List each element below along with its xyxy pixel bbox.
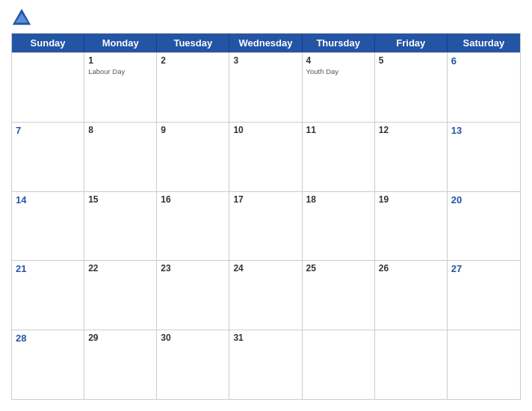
logo-icon	[11, 7, 32, 28]
day-cell-w4-d3: 23	[157, 261, 229, 330]
day-cell-w5-d3: 30	[157, 330, 229, 399]
header-wednesday: Wednesday	[229, 34, 302, 52]
day-cell-w2-d3: 9	[157, 123, 229, 191]
day-number: 6	[451, 55, 516, 67]
holiday-label: Labour Day	[88, 67, 152, 75]
day-cell-w4-d6: 26	[375, 261, 448, 330]
day-number: 22	[88, 263, 152, 274]
day-number: 11	[306, 125, 371, 135]
day-number: 2	[161, 55, 225, 66]
day-number: 27	[451, 263, 516, 274]
day-cell-w2-d2: 8	[84, 123, 157, 191]
day-number: 28	[16, 333, 80, 344]
day-number: 13	[451, 125, 516, 136]
day-cell-w5-d6	[375, 330, 448, 399]
day-cell-w4-d2: 22	[84, 261, 157, 330]
day-cell-w3-d5: 18	[303, 192, 375, 261]
day-cell-w1-d4: 3	[229, 53, 302, 122]
day-number: 14	[16, 194, 80, 206]
week-row-4: 21222324252627	[12, 260, 520, 330]
day-cell-w2-d7: 13	[448, 123, 520, 191]
day-number: 31	[233, 333, 297, 343]
header-monday: Monday	[84, 34, 157, 52]
header-saturday: Saturday	[448, 34, 520, 52]
logo	[11, 7, 35, 28]
day-cell-w2-d6: 12	[375, 123, 448, 191]
day-cell-w1-d5: 4Youth Day	[303, 53, 375, 122]
day-cell-w5-d2: 29	[84, 330, 157, 399]
day-cell-w1-d3: 2	[157, 53, 229, 122]
day-number: 1	[88, 55, 152, 66]
day-cell-w1-d2: 1Labour Day	[84, 53, 157, 122]
day-number: 26	[379, 263, 443, 274]
day-number: 5	[379, 55, 443, 66]
calendar-header	[11, 7, 521, 28]
header-tuesday: Tuesday	[157, 34, 229, 52]
day-number: 24	[233, 263, 297, 274]
day-cell-w4-d5: 25	[303, 261, 375, 330]
week-row-5: 28293031	[12, 330, 520, 399]
header-thursday: Thursday	[303, 34, 375, 52]
day-cell-w3-d6: 19	[375, 192, 448, 261]
calendar-weeks: 1Labour Day234Youth Day56789101112131415…	[12, 52, 520, 399]
day-number: 7	[16, 125, 80, 136]
day-number: 8	[88, 125, 152, 135]
day-number: 9	[161, 125, 225, 135]
day-cell-w5-d7	[448, 330, 520, 399]
day-number: 12	[379, 125, 443, 135]
day-cell-w3-d1: 14	[12, 192, 84, 261]
day-number: 29	[88, 333, 152, 343]
day-number: 21	[16, 263, 80, 274]
day-cell-w3-d4: 17	[229, 192, 302, 261]
day-number: 17	[233, 194, 297, 205]
day-number: 15	[88, 194, 152, 205]
day-number: 19	[379, 194, 443, 205]
calendar-grid: Sunday Monday Tuesday Wednesday Thursday…	[11, 33, 521, 400]
day-cell-w3-d2: 15	[84, 192, 157, 261]
holiday-label: Youth Day	[306, 67, 371, 75]
day-cell-w1-d7: 6	[448, 53, 520, 122]
day-cell-w2-d1: 7	[12, 123, 84, 191]
day-number: 3	[233, 55, 297, 66]
day-number: 16	[161, 194, 225, 205]
day-cell-w2-d4: 10	[229, 123, 302, 191]
header-friday: Friday	[375, 34, 448, 52]
day-number: 20	[451, 194, 516, 206]
day-cell-w4-d4: 24	[229, 261, 302, 330]
day-number: 10	[233, 125, 297, 135]
day-cell-w4-d7: 27	[448, 261, 520, 330]
day-cell-w5-d4: 31	[229, 330, 302, 399]
week-row-1: 1Labour Day234Youth Day56	[12, 52, 520, 122]
day-number: 4	[306, 55, 371, 66]
day-cell-w1-d6: 5	[375, 53, 448, 122]
day-cell-w1-d1	[12, 53, 84, 122]
day-headers-row: Sunday Monday Tuesday Wednesday Thursday…	[12, 34, 520, 52]
header-sunday: Sunday	[12, 34, 84, 52]
day-cell-w2-d5: 11	[303, 123, 375, 191]
day-number: 23	[161, 263, 225, 274]
day-cell-w4-d1: 21	[12, 261, 84, 330]
week-row-3: 14151617181920	[12, 191, 520, 261]
day-cell-w5-d5	[303, 330, 375, 399]
day-cell-w3-d3: 16	[157, 192, 229, 261]
day-cell-w5-d1: 28	[12, 330, 84, 399]
day-number: 30	[161, 333, 225, 343]
day-number: 18	[306, 194, 371, 205]
day-number: 25	[306, 263, 371, 274]
day-cell-w3-d7: 20	[448, 192, 520, 261]
week-row-2: 78910111213	[12, 122, 520, 191]
